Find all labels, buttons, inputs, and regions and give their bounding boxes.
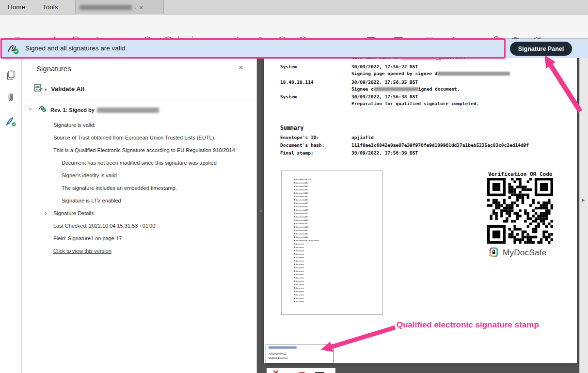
- audit-action: Signing page opened by signee d: [351, 71, 510, 76]
- field-text: Field: Signature1 on page 17: [53, 235, 122, 241]
- validate-caret-icon[interactable]: ▾: [45, 87, 47, 92]
- audit-source: System: [280, 94, 297, 99]
- status-line: Source of Trust obtained from European U…: [53, 135, 215, 140]
- document-tab[interactable]: . ×: [75, 0, 164, 15]
- main-toolbar: ☆ / 17 69.3% ▾ ▾: [0, 15, 588, 39]
- validate-options-icon[interactable]: [33, 82, 44, 95]
- signature-valid-icon: [7, 42, 19, 57]
- mydocsafe-logo-icon: [487, 246, 500, 261]
- stamp-id: A000001454422: [269, 352, 286, 355]
- attachments-paperclip-icon[interactable]: [5, 92, 16, 104]
- banner-message: Signed and all signatures are valid.: [25, 45, 127, 52]
- summary-label: Envelope's ID:: [280, 135, 319, 140]
- summary-title: Summary: [280, 124, 303, 131]
- rev-row[interactable]: Rev. 1: Signed by: [50, 107, 159, 113]
- audit-time: 30/09/2022, 17:56:35 BST: [351, 79, 418, 85]
- signature-stamp: A000001454422 Method: Evrotrust: [266, 344, 334, 363]
- status-line: The signature includes an embedded times…: [62, 185, 177, 191]
- signatures-panel: Signatures × ▾ Validate All › Rev. 1: Si…: [22, 58, 257, 373]
- document-tab-title-blurred: [79, 5, 132, 10]
- audit-source: System: [280, 64, 297, 69]
- status-line: Signature is LTV enabled: [62, 198, 121, 203]
- tab-home[interactable]: Home: [8, 0, 25, 15]
- signature-status-banner: Signed and all signatures are valid. Sig…: [0, 39, 588, 58]
- document-thumbnail: A document ABCDEA document ABCA document…: [281, 171, 383, 315]
- summary-label: Document's hash:: [280, 142, 325, 148]
- summary-value: apjiafld: [351, 135, 374, 140]
- right-panel-strip: ▶: [579, 58, 588, 373]
- audit-action: Signee cigned document.: [351, 86, 460, 92]
- summary-value: 111f0ae1c6842e0ae87e39f970fe9d109901dd37…: [351, 142, 529, 148]
- panel-close-icon[interactable]: ×: [238, 63, 243, 73]
- rev-signature-icon: [38, 104, 47, 114]
- pdf-page: tion link sent to @gmail.com. System 30/…: [264, 58, 577, 363]
- view-version-link[interactable]: Click to view this version: [53, 248, 111, 254]
- last-checked-text: Last Checked: 2022.10.04 15:31:53 +01'00…: [53, 223, 156, 229]
- thumbnail-lines: A document ABCDEA document ABCA document…: [294, 178, 382, 303]
- document-tab-suffix: .: [135, 4, 136, 11]
- audit-time: 30/09/2022, 17:56:22 BST: [351, 64, 418, 69]
- signature-panel-button[interactable]: Signature Panel: [510, 42, 572, 56]
- window-tab-bar: Home Tools . ×: [0, 0, 588, 15]
- page-thumbnails-icon[interactable]: [5, 69, 16, 81]
- stamp-method: Method: Evrotrust: [269, 357, 287, 359]
- audit-source: 10.40.10.114: [280, 79, 314, 85]
- audit-time: 30/09/2022, 17:56:38 BST: [351, 94, 418, 99]
- close-tab-icon[interactable]: ×: [139, 4, 143, 11]
- status-line: Signature is valid:: [53, 122, 95, 128]
- next-page-fragment: [267, 368, 335, 373]
- mydocsafe-logo-text: MyDocSafe: [503, 248, 547, 258]
- signatures-panel-icon[interactable]: [5, 115, 16, 127]
- qr-code: [487, 178, 553, 244]
- validate-all-button[interactable]: Validate All: [51, 85, 84, 93]
- stamp-name-blurred: [269, 346, 297, 349]
- tab-tools[interactable]: Tools: [43, 0, 58, 15]
- expand-right-arrow[interactable]: ▶: [582, 198, 585, 202]
- rev-label-text: Rev. 1: Signed by: [50, 107, 95, 113]
- status-line: Signer's identity is valid: [62, 172, 117, 178]
- rev-expander-chevron-icon[interactable]: ›: [27, 108, 34, 110]
- details-chevron-icon[interactable]: ›: [45, 209, 47, 217]
- panel-divider: [22, 99, 256, 99]
- annotation-stamp-label: Qualified electronic signature stamp: [397, 320, 539, 330]
- audit-action: Preparation for qualified signature comp…: [351, 101, 479, 106]
- qr-label: Verification QR Code: [488, 171, 552, 177]
- signer-name-blurred: [97, 108, 159, 113]
- collapse-panel-arrow[interactable]: ◀: [258, 208, 262, 213]
- signature-details-item[interactable]: Signature Details: [53, 210, 94, 216]
- panel-title: Signatures: [36, 64, 71, 73]
- status-line: Document has not been modified since thi…: [62, 160, 217, 166]
- left-icon-rail: [0, 58, 22, 373]
- summary-value: 30/09/2022, 17:56:39 BST: [351, 150, 418, 155]
- status-line: This is a Qualified Electronic Signature…: [53, 147, 235, 153]
- summary-label: Final stamp:: [280, 150, 314, 155]
